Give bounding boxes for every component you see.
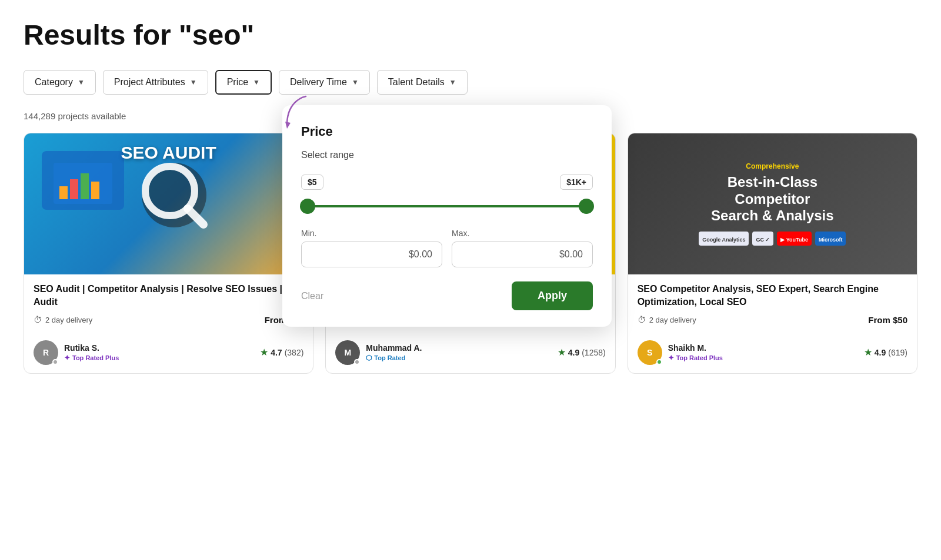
svg-rect-5 (81, 173, 89, 199)
online-dot-2 (354, 359, 360, 365)
card-3-rating: ★ 4.9 (619) (864, 347, 907, 358)
card-3-delivery: ⏱ 2 day delivery (638, 315, 696, 324)
badge-microsoft: Microsoft (815, 232, 846, 246)
talent-details-chevron-icon: ▼ (449, 78, 456, 86)
clock-icon-1: ⏱ (34, 315, 42, 324)
card-3-badge: ✦ Top Rated Plus (668, 354, 723, 362)
slider-thumb-max[interactable] (579, 199, 594, 214)
max-input[interactable] (452, 242, 593, 267)
card-2-rating: ★ 4.9 (1258) (558, 347, 606, 358)
slider-thumb-min[interactable] (300, 199, 315, 214)
talent-details-filter-label: Talent Details (388, 77, 445, 88)
category-filter-button[interactable]: Category ▼ (24, 70, 96, 95)
avatar-wrapper-1: R (34, 340, 58, 365)
card-1-rating-count: (382) (285, 348, 304, 357)
card-1-footer: R Rutika S. ✦ Top Rated Plus ★ 4.7 (382) (24, 340, 313, 373)
online-dot-3 (656, 359, 662, 365)
avatar-wrapper-3: S (638, 340, 662, 365)
card-3-seller-name-badge: Shaikh M. ✦ Top Rated Plus (668, 343, 723, 362)
dropdown-footer: Clear Apply (301, 281, 593, 310)
star-icon-3: ★ (864, 347, 872, 358)
card-2-badge: ⬡ Top Rated (366, 354, 422, 362)
project-attributes-filter-button[interactable]: Project Attributes ▼ (103, 70, 208, 95)
card-3-seller-info: S Shaikh M. ✦ Top Rated Plus (638, 340, 723, 365)
card-1-seller-name: Rutika S. (64, 343, 119, 353)
delivery-time-chevron-icon: ▼ (352, 78, 359, 86)
svg-rect-4 (70, 179, 78, 199)
card-3-seller-name: Shaikh M. (668, 343, 723, 353)
card-3: Comprehensive Best-in-ClassCompetitorSea… (628, 133, 917, 374)
price-dropdown-title: Price (301, 124, 593, 139)
badge-icon-3: ✦ (668, 354, 674, 362)
price-filter-label: Price (227, 77, 248, 88)
card-2-rating-num: 4.9 (568, 348, 579, 357)
card-1-delivery: ⏱ 2 day delivery (34, 315, 92, 324)
svg-rect-6 (91, 182, 99, 199)
online-dot-1 (52, 359, 58, 365)
min-label: Min. (301, 229, 442, 238)
select-range-label: Select range (301, 150, 593, 160)
card-1-seller-name-badge: Rutika S. ✦ Top Rated Plus (64, 343, 119, 362)
badge-google-analytics: Google Analytics (699, 232, 749, 246)
card-3-meta: ⏱ 2 day delivery From $50 (638, 315, 907, 325)
price-dropdown: Price Select range $5 $1K+ Min. Max. (282, 105, 612, 327)
card-1-body: SEO Audit | Competitor Analysis | Resolv… (24, 274, 313, 340)
min-max-row: Min. Max. (301, 229, 593, 267)
card-3-img-main: Best-in-ClassCompetitorSearch & Analysis (711, 174, 834, 224)
max-group: Max. (452, 229, 593, 267)
delivery-time-filter-label: Delivery Time (290, 77, 347, 88)
card-1-seller-info: R Rutika S. ✦ Top Rated Plus (34, 340, 119, 365)
card-3-footer: S Shaikh M. ✦ Top Rated Plus ★ 4.9 (619) (628, 340, 917, 373)
card-3-rating-num: 4.9 (875, 348, 886, 357)
svg-rect-3 (59, 186, 68, 199)
star-icon-2: ★ (558, 347, 566, 358)
card-2-footer: M Muhammad A. ⬡ Top Rated ★ 4.9 (1258) (326, 340, 615, 373)
card-2-seller-name-badge: Muhammad A. ⬡ Top Rated (366, 343, 422, 362)
star-icon-1: ★ (260, 347, 268, 358)
project-attributes-filter-label: Project Attributes (114, 77, 185, 88)
project-attributes-chevron-icon: ▼ (190, 78, 197, 86)
card-3-image: Comprehensive Best-in-ClassCompetitorSea… (628, 133, 917, 274)
talent-details-filter-button[interactable]: Talent Details ▼ (377, 70, 468, 95)
card-2-seller-info: M Muhammad A. ⬡ Top Rated (335, 340, 422, 365)
card-1-meta: ⏱ 2 day delivery From $39 (34, 315, 303, 325)
avatar-wrapper-2: M (335, 340, 360, 365)
category-filter-label: Category (35, 77, 73, 88)
max-range-tag: $1K+ (560, 175, 593, 190)
card-3-rating-count: (619) (888, 348, 907, 357)
apply-button[interactable]: Apply (512, 281, 593, 310)
clock-icon-3: ⏱ (638, 315, 646, 324)
price-slider-container (301, 195, 593, 218)
card-1-img-label: SEO AUDIT (121, 143, 216, 163)
card-1-badge: ✦ Top Rated Plus (64, 354, 119, 362)
filter-bar: Category ▼ Project Attributes ▼ Price ▼ … (24, 70, 917, 95)
category-chevron-icon: ▼ (78, 78, 85, 86)
price-chevron-icon: ▼ (253, 78, 260, 86)
max-label: Max. (452, 229, 593, 238)
card-1-rating-num: 4.7 (271, 348, 282, 357)
slider-track (301, 205, 593, 207)
badge-gc: GC ✓ (752, 232, 773, 246)
range-labels: $5 $1K+ (301, 175, 593, 190)
badge-icon-2: ⬡ (366, 354, 372, 362)
badge-icon-1: ✦ (64, 354, 70, 362)
price-filter-button[interactable]: Price ▼ (215, 70, 272, 95)
delivery-time-filter-button[interactable]: Delivery Time ▼ (279, 70, 370, 95)
page-title: Results for "seo" (24, 19, 917, 51)
card-3-badges: Google Analytics GC ✓ ▶ YouTube Microsof… (699, 232, 846, 246)
card-2-seller-name: Muhammad A. (366, 343, 422, 353)
min-input[interactable] (301, 242, 442, 267)
card-1-title: SEO Audit | Competitor Analysis | Resolv… (34, 283, 303, 309)
card-3-price: From $50 (868, 315, 907, 325)
min-range-tag: $5 (301, 175, 323, 190)
card-1-rating: ★ 4.7 (382) (260, 347, 303, 358)
card-3-img-top: Comprehensive (746, 162, 799, 170)
card-1-image: SEO AUDIT (24, 133, 313, 274)
card-3-body: SEO Competitor Analysis, SEO Expert, Sea… (628, 274, 917, 340)
card-3-title: SEO Competitor Analysis, SEO Expert, Sea… (638, 283, 907, 309)
badge-youtube: ▶ YouTube (777, 232, 812, 246)
min-group: Min. (301, 229, 442, 267)
card-2-rating-count: (1258) (582, 348, 605, 357)
clear-button[interactable]: Clear (301, 291, 323, 301)
card-1: SEO AUDIT SEO Audit | Competitor Analysi… (24, 133, 313, 374)
